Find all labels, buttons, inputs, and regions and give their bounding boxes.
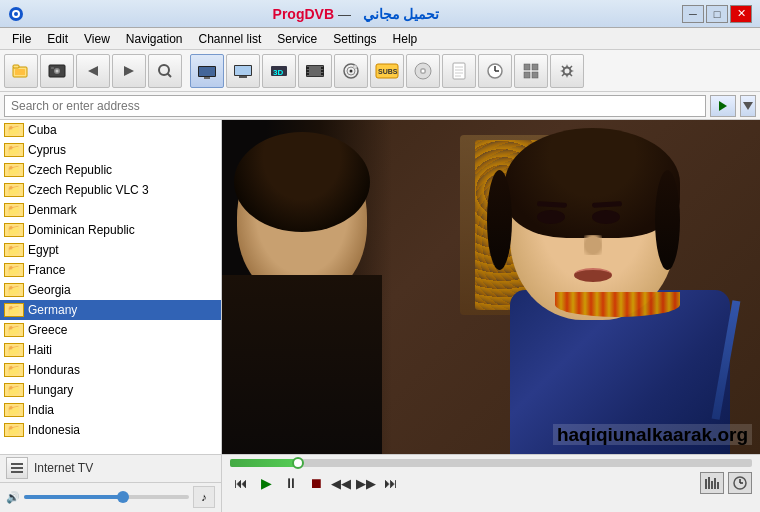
- volume-icon: 🔊: [6, 491, 20, 504]
- channel-list: 📁 Cuba 📁 Cyprus 📁 Czech Republic 📁 Czech…: [0, 120, 222, 454]
- svg-marker-10: [88, 66, 98, 76]
- channel-item-france[interactable]: 📁 France: [0, 260, 221, 280]
- menu-view[interactable]: View: [76, 30, 118, 48]
- svg-rect-59: [711, 481, 713, 489]
- music-note-button[interactable]: ♪: [193, 486, 215, 508]
- media-progress-bar[interactable]: [230, 459, 752, 467]
- svg-rect-47: [524, 64, 530, 70]
- channel-flag-czech: 📁: [4, 163, 24, 177]
- svg-point-33: [353, 65, 357, 69]
- menu-navigation[interactable]: Navigation: [118, 30, 191, 48]
- list-view-button[interactable]: [6, 457, 28, 479]
- channel-flag-hungary: 📁: [4, 383, 24, 397]
- grid-button[interactable]: [514, 54, 548, 88]
- svg-rect-48: [532, 64, 538, 70]
- volume-slider[interactable]: [24, 495, 189, 499]
- channel-item-dominican[interactable]: 📁 Dominican Republic: [0, 220, 221, 240]
- svg-point-8: [56, 69, 59, 72]
- channel-item-india[interactable]: 📁 India: [0, 400, 221, 420]
- watermark-text: haqiqiunalkaarak.org: [553, 424, 752, 445]
- channel-item-haiti[interactable]: 📁 Haiti: [0, 340, 221, 360]
- channel-item-honduras[interactable]: 📁 Honduras: [0, 360, 221, 380]
- rewind-button[interactable]: ◀◀: [330, 472, 352, 494]
- go-button[interactable]: [710, 95, 736, 117]
- channel-item-cuba[interactable]: 📁 Cuba: [0, 120, 221, 140]
- menu-edit[interactable]: Edit: [39, 30, 76, 48]
- subs-button[interactable]: SUBS: [370, 54, 404, 88]
- channel-item-georgia[interactable]: 📁 Georgia: [0, 280, 221, 300]
- film-button[interactable]: [298, 54, 332, 88]
- 3d-button[interactable]: 3D: [262, 54, 296, 88]
- volume-thumb[interactable]: [117, 491, 129, 503]
- menu-settings[interactable]: Settings: [325, 30, 384, 48]
- address-dropdown-button[interactable]: [740, 95, 756, 117]
- back-button[interactable]: [76, 54, 110, 88]
- channel-flag-czech-vlc: 📁: [4, 183, 24, 197]
- channel-flag-india: 📁: [4, 403, 24, 417]
- close-button[interactable]: ✕: [730, 5, 752, 23]
- svg-rect-5: [15, 69, 25, 75]
- address-input[interactable]: [4, 95, 706, 117]
- bottom-left: Internet TV 🔊 ♪: [0, 455, 222, 512]
- channel-flag-haiti: 📁: [4, 343, 24, 357]
- svg-rect-55: [11, 467, 23, 469]
- channel-item-germany[interactable]: 📁 Germany: [0, 300, 221, 320]
- app-icon: [8, 6, 24, 22]
- clock-icon-button[interactable]: [728, 472, 752, 494]
- channel-flag-honduras: 📁: [4, 363, 24, 377]
- progress-thumb[interactable]: [292, 457, 304, 469]
- svg-rect-60: [714, 478, 716, 489]
- clock-button[interactable]: [478, 54, 512, 88]
- window-title: ProgDVB — تحميل مجاني: [30, 6, 682, 22]
- menu-service[interactable]: Service: [269, 30, 325, 48]
- forward-button[interactable]: [112, 54, 146, 88]
- document-button[interactable]: [442, 54, 476, 88]
- open-button[interactable]: [4, 54, 38, 88]
- video-area: haqiqiunalkaarak.org: [222, 120, 760, 454]
- title-prog: ProgDVB: [273, 6, 334, 22]
- menu-channel-list[interactable]: Channel list: [191, 30, 270, 48]
- video-scene: haqiqiunalkaarak.org: [222, 120, 760, 454]
- settings-button[interactable]: [550, 54, 584, 88]
- satellite-button[interactable]: [334, 54, 368, 88]
- fast-fwd-button[interactable]: ▶▶: [355, 472, 377, 494]
- svg-text:SUBS: SUBS: [378, 68, 398, 75]
- channel-item-czech-vlc[interactable]: 📁 Czech Republic VLC 3: [0, 180, 221, 200]
- channel-item-greece[interactable]: 📁 Greece: [0, 320, 221, 340]
- menu-help[interactable]: Help: [385, 30, 426, 48]
- channel-item-egypt[interactable]: 📁 Egypt: [0, 240, 221, 260]
- monitor-button[interactable]: [226, 54, 260, 88]
- channel-flag-cuba: 📁: [4, 123, 24, 137]
- svg-point-32: [350, 69, 353, 72]
- channel-flag-germany: 📁: [4, 303, 24, 317]
- maximize-button[interactable]: □: [706, 5, 728, 23]
- prev-track-button[interactable]: ⏮: [230, 472, 252, 494]
- internet-tv-label: Internet TV: [34, 461, 93, 475]
- play-button[interactable]: ▶: [255, 472, 277, 494]
- svg-rect-9: [51, 67, 54, 69]
- channel-item-czech[interactable]: 📁 Czech Republic: [0, 160, 221, 180]
- minimize-button[interactable]: ─: [682, 5, 704, 23]
- channel-item-cyprus[interactable]: 📁 Cyprus: [0, 140, 221, 160]
- svg-marker-52: [719, 101, 727, 111]
- media-button[interactable]: [40, 54, 74, 88]
- title-bar: ProgDVB — تحميل مجاني ─ □ ✕: [0, 0, 760, 28]
- menu-file[interactable]: File: [4, 30, 39, 48]
- pause-button[interactable]: ⏸: [280, 472, 302, 494]
- disc-button[interactable]: [406, 54, 440, 88]
- channel-item-indonesia[interactable]: 📁 Indonesia: [0, 420, 221, 440]
- equalizer-button[interactable]: [700, 472, 724, 494]
- channel-flag-georgia: 📁: [4, 283, 24, 297]
- channel-flag-indonesia: 📁: [4, 423, 24, 437]
- search-button[interactable]: [148, 54, 182, 88]
- channel-item-hungary[interactable]: 📁 Hungary: [0, 380, 221, 400]
- svg-rect-54: [11, 463, 23, 465]
- stop-button[interactable]: ⏹: [305, 472, 327, 494]
- svg-rect-39: [453, 63, 465, 79]
- next-track-button[interactable]: ⏭: [380, 472, 402, 494]
- svg-rect-57: [705, 479, 707, 489]
- svg-rect-19: [239, 76, 247, 78]
- tv-button[interactable]: [190, 54, 224, 88]
- svg-rect-28: [321, 70, 324, 72]
- channel-item-denmark[interactable]: 📁 Denmark: [0, 200, 221, 220]
